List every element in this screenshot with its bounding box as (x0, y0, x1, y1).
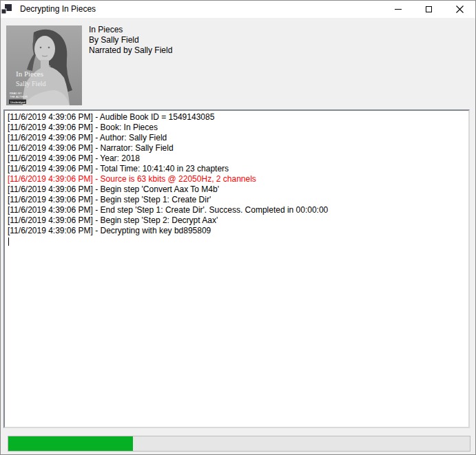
book-cover-image: In Pieces Sally Field READ BY THE AUTHOR… (6, 25, 82, 105)
book-info: In Pieces By Sally Field Narrated by Sal… (89, 25, 172, 56)
log-line: [11/6/2019 4:39:06 PM] - Year: 2018 (8, 154, 468, 164)
minimize-icon (395, 9, 402, 10)
log-line: [11/6/2019 4:39:06 PM] - Audible Book ID… (8, 112, 468, 123)
minimize-button[interactable] (382, 1, 413, 18)
app-icon (1, 3, 12, 14)
log-line: [11/6/2019 4:39:06 PM] - Source is 63 kb… (8, 174, 468, 184)
log-lines: [11/6/2019 4:39:06 PM] - Audible Book ID… (8, 112, 468, 236)
title-bar[interactable]: Decrypting In Pieces (1, 1, 475, 18)
log-line: [11/6/2019 4:39:06 PM] - Begin step 'Ste… (8, 195, 468, 205)
book-narrator-label: Narrated by Sally Field (89, 45, 172, 56)
text-cursor (8, 237, 9, 246)
cover-title-text: In Pieces (16, 70, 43, 78)
book-title-label: In Pieces (89, 25, 172, 35)
progress-bar (8, 436, 470, 452)
log-line: [11/6/2019 4:39:06 PM] - Book: In Pieces (8, 123, 468, 133)
app-window: Decrypting In Pieces (0, 0, 476, 455)
log-textbox[interactable]: [11/6/2019 4:39:06 PM] - Audible Book ID… (3, 109, 470, 428)
client-area: In Pieces Sally Field READ BY THE AUTHOR… (1, 18, 475, 454)
book-author-label: By Sally Field (89, 35, 172, 45)
caption-buttons (382, 1, 475, 18)
cover-author-text: Sally Field (16, 80, 46, 87)
log-line: [11/6/2019 4:39:06 PM] - Begin step 'Con… (8, 184, 468, 195)
log-line: [11/6/2019 4:39:06 PM] - End step 'Step … (8, 205, 468, 215)
log-line: [11/6/2019 4:39:06 PM] - Total Time: 10:… (8, 164, 468, 174)
progress-fill (8, 436, 133, 451)
cover-readby-line2: THE AUTHOR (10, 95, 28, 98)
log-line: [11/6/2019 4:39:06 PM] - Decrypting with… (8, 226, 468, 236)
log-line: [11/6/2019 4:39:06 PM] - Begin step 'Ste… (8, 215, 468, 226)
close-button[interactable] (444, 1, 475, 18)
close-icon (456, 6, 464, 13)
maximize-button[interactable] (413, 1, 444, 18)
window-title: Decrypting In Pieces (20, 1, 96, 18)
log-line: [11/6/2019 4:39:06 PM] - Narrator: Sally… (8, 143, 468, 154)
log-line: [11/6/2019 4:39:06 PM] - Author: Sally F… (8, 133, 468, 143)
cover-edition-badge: Unabridged (10, 100, 25, 104)
maximize-icon (426, 6, 432, 12)
